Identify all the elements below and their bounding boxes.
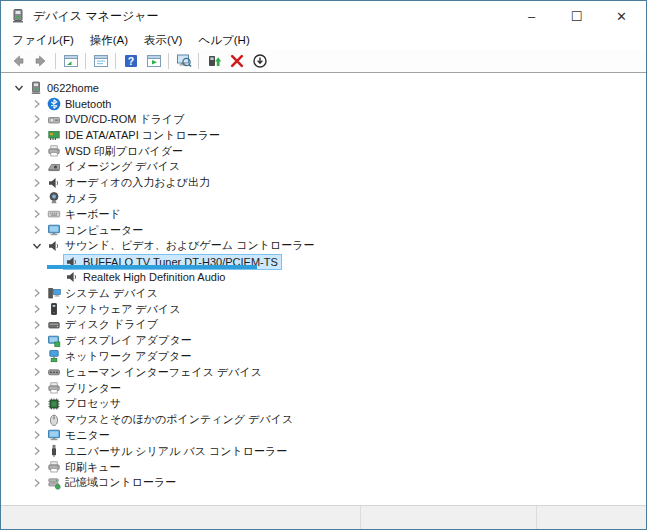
menu-action[interactable]: 操作(A) (82, 31, 136, 50)
tree-item-content[interactable]: イメージング デバイス (45, 158, 184, 175)
back-arrow-icon (10, 53, 26, 69)
chevron-right-icon[interactable] (29, 160, 45, 174)
tree-item-content[interactable]: IDE ATA/ATAPI コントローラー (45, 127, 224, 144)
tree-item[interactable]: イメージング デバイス (1, 159, 646, 175)
tree-item-content[interactable]: DVD/CD-ROM ドライブ (45, 111, 189, 128)
tree-item[interactable]: Bluetooth (1, 96, 646, 112)
chevron-right-icon[interactable] (29, 413, 45, 427)
chevron-right-icon[interactable] (29, 318, 45, 332)
menu-help[interactable]: ヘルプ(H) (190, 31, 257, 50)
tree-item[interactable]: 0622home (1, 80, 646, 96)
tree-item[interactable]: DVD/CD-ROM ドライブ (1, 112, 646, 128)
tree-item-content[interactable]: マウスとそのほかのポインティング デバイス (45, 411, 297, 428)
tree-item[interactable]: ユニバーサル シリアル バス コントローラー (1, 443, 646, 459)
show-console-tree-button[interactable] (59, 51, 82, 72)
device-tree: 0622homeBluetoothDVD/CD-ROM ドライブIDE ATA/… (1, 73, 646, 505)
tree-item-label: ネットワーク アダプター (65, 349, 191, 364)
tree-item-content[interactable]: サウンド、ビデオ、およびゲーム コントローラー (45, 237, 318, 254)
tree-item-content[interactable]: コンピューター (45, 222, 147, 239)
chevron-right-icon[interactable] (29, 97, 45, 111)
tree-item-content[interactable]: モニター (45, 427, 114, 444)
tree-item[interactable]: マウスとそのほかのポインティング デバイス (1, 412, 646, 428)
tree-item[interactable]: ディスク ドライブ (1, 317, 646, 333)
tree-item[interactable]: ディスプレイ アダプター (1, 333, 646, 349)
tree-item[interactable]: オーディオの入力および出力 (1, 175, 646, 191)
tree-item-content[interactable]: 0622home (27, 80, 103, 96)
disable-device-button[interactable] (248, 51, 271, 72)
chevron-right-icon[interactable] (29, 128, 45, 142)
tree-item-content[interactable]: Bluetooth (45, 96, 115, 112)
back-button[interactable] (6, 51, 29, 72)
chevron-down-icon[interactable] (11, 81, 27, 95)
minimize-button[interactable]: – (509, 1, 554, 31)
tree-item-content[interactable]: ネットワーク アダプター (45, 348, 195, 365)
tree-item-content[interactable]: ディスク ドライブ (45, 316, 162, 333)
tree-item-label: システム デバイス (65, 286, 158, 301)
chevron-right-icon[interactable] (29, 144, 45, 158)
chevron-right-icon[interactable] (29, 176, 45, 190)
menu-view[interactable]: 表示(V) (136, 31, 190, 50)
chevron-right-icon[interactable] (29, 349, 45, 363)
system-device-icon (47, 286, 61, 300)
chevron-right-icon[interactable] (29, 381, 45, 395)
tree-item[interactable]: 印刷キュー (1, 459, 646, 475)
imaging-device-icon (47, 160, 61, 174)
toolbar-separator (198, 53, 199, 69)
tree-item[interactable]: カメラ (1, 191, 646, 207)
chevron-right-icon[interactable] (29, 112, 45, 126)
chevron-right-icon[interactable] (29, 302, 45, 316)
update-driver-button[interactable] (202, 51, 225, 72)
chevron-down-icon[interactable] (29, 239, 45, 253)
tree-item[interactable]: サウンド、ビデオ、およびゲーム コントローラー (1, 238, 646, 254)
tree-item-content[interactable]: Realtek High Definition Audio (63, 269, 229, 285)
scan-hardware-changes-button[interactable] (172, 51, 195, 72)
help-button[interactable]: ? (119, 51, 142, 72)
tree-item-content[interactable]: WSD 印刷プロバイダー (45, 143, 187, 160)
close-button[interactable]: ✕ (599, 1, 644, 31)
tree-item[interactable]: IDE ATA/ATAPI コントローラー (1, 127, 646, 143)
tree-item-content[interactable]: プリンター (45, 380, 125, 397)
tree-item-content[interactable]: プロセッサ (45, 395, 125, 412)
tree-item-content[interactable]: カメラ (45, 190, 103, 207)
processor-icon (47, 397, 61, 411)
tree-item[interactable]: システム デバイス (1, 285, 646, 301)
tree-item-content[interactable]: ソフトウェア デバイス (45, 301, 185, 318)
tree-item-content[interactable]: ディスプレイ アダプター (45, 332, 196, 349)
tree-item-content[interactable]: ヒューマン インターフェイス デバイス (45, 364, 266, 381)
uninstall-device-button[interactable] (225, 51, 248, 72)
tree-item-content[interactable]: ユニバーサル シリアル バス コントローラー (45, 443, 291, 460)
chevron-right-icon[interactable] (29, 334, 45, 348)
toolbar-separator (85, 53, 86, 69)
tree-item[interactable]: ネットワーク アダプター (1, 349, 646, 365)
action-pane-button[interactable] (142, 51, 165, 72)
tree-item[interactable]: Realtek High Definition Audio (1, 270, 646, 286)
maximize-button[interactable]: ☐ (554, 1, 599, 31)
chevron-right-icon[interactable] (29, 286, 45, 300)
tree-item-content[interactable]: 印刷キュー (45, 459, 125, 476)
tree-item[interactable]: プリンター (1, 380, 646, 396)
chevron-right-icon[interactable] (29, 191, 45, 205)
tree-item-content[interactable]: システム デバイス (45, 285, 162, 302)
forward-button[interactable] (29, 51, 52, 72)
tree-item[interactable]: コンピューター (1, 222, 646, 238)
menu-file[interactable]: ファイル(F) (4, 31, 82, 50)
tree-item[interactable]: ソフトウェア デバイス (1, 301, 646, 317)
chevron-right-icon[interactable] (29, 223, 45, 237)
chevron-right-icon[interactable] (29, 397, 45, 411)
tree-item[interactable]: プロセッサ (1, 396, 646, 412)
tree-item-content[interactable]: キーボード (45, 206, 125, 223)
chevron-right-icon[interactable] (29, 207, 45, 221)
chevron-right-icon[interactable] (29, 444, 45, 458)
chevron-right-icon[interactable] (29, 460, 45, 474)
tree-item-content[interactable]: オーディオの入力および出力 (45, 174, 214, 191)
tree-item[interactable]: モニター (1, 428, 646, 444)
tree-item[interactable]: ヒューマン インターフェイス デバイス (1, 364, 646, 380)
tree-item[interactable]: 記憶域コントローラー (1, 475, 646, 491)
chevron-right-icon[interactable] (29, 365, 45, 379)
tree-item[interactable]: キーボード (1, 206, 646, 222)
tree-item-content[interactable]: 記憶域コントローラー (45, 474, 180, 491)
tree-item[interactable]: WSD 印刷プロバイダー (1, 143, 646, 159)
properties-button[interactable] (89, 51, 112, 72)
chevron-right-icon[interactable] (29, 476, 45, 490)
chevron-right-icon[interactable] (29, 428, 45, 442)
